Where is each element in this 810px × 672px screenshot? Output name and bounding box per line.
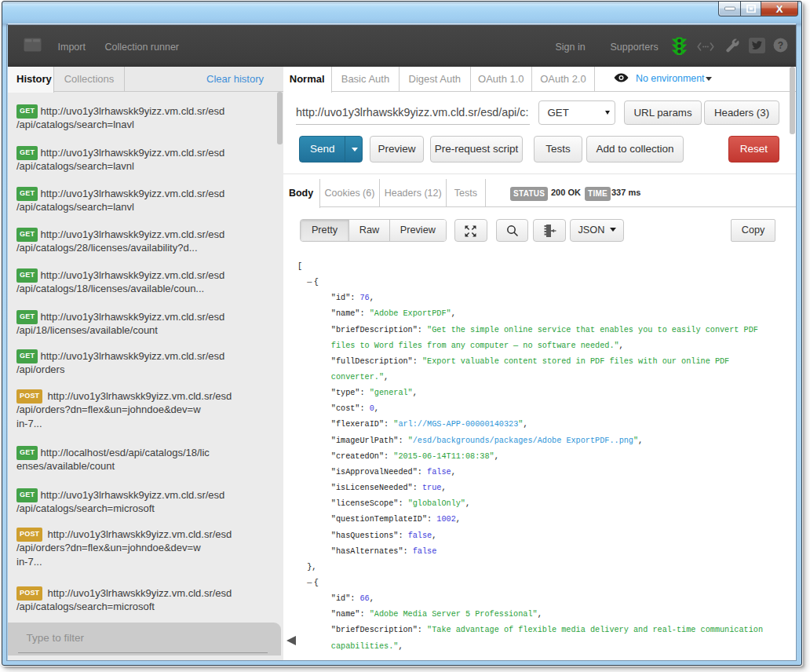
svg-text:?: ? bbox=[777, 39, 783, 50]
svg-text:X: X bbox=[776, 3, 783, 14]
